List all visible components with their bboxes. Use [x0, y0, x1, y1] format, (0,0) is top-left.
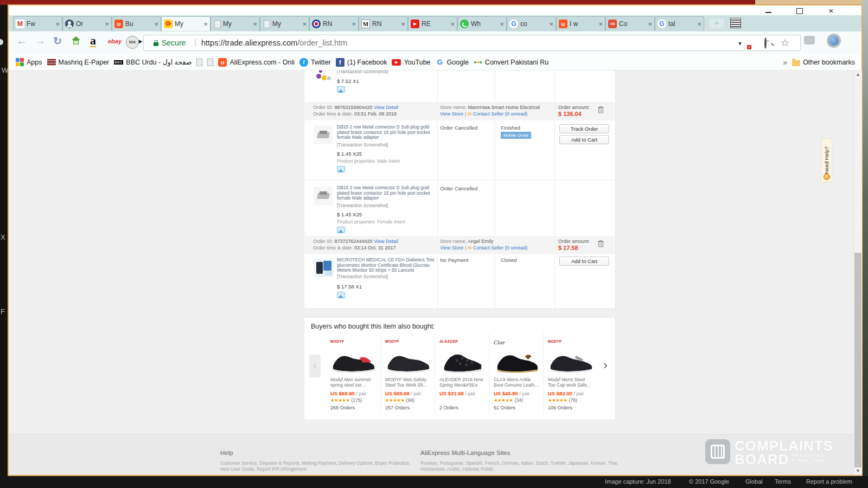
tab-profile[interactable]: Or ×	[62, 16, 112, 31]
bookmark-mashriq[interactable]: Mashriq E-Paper	[47, 59, 110, 66]
transaction-screenshot-link[interactable]: [Transaction Screenshot]	[337, 274, 388, 279]
chevron-right-icon[interactable]: ▸	[139, 37, 142, 45]
tab-close-icon[interactable]: ×	[302, 20, 307, 28]
tab-complaintsboard[interactable]: CB Co ×	[605, 16, 655, 31]
photo-icon[interactable]	[337, 227, 345, 233]
photo-icon[interactable]	[337, 292, 345, 298]
view-detail-link[interactable]: View Detail	[374, 105, 398, 110]
tab-close-icon[interactable]: ×	[352, 20, 356, 28]
add-to-cart-button[interactable]: Add to Cart	[559, 256, 609, 266]
tab-aliexpress[interactable]: u Bu ×	[112, 16, 161, 31]
bookmark-document[interactable]	[196, 59, 202, 66]
footer-help-links[interactable]: New User Guide, Report IPR infringement	[220, 466, 306, 472]
tab-close-icon[interactable]: ×	[55, 20, 60, 28]
recommended-product[interactable]: ALEADER ALEADER 2018 New Spring Men&#39;…	[435, 333, 489, 416]
recommended-product[interactable]: MODYF MODYF Men Safety Steel Toe Work Sh…	[380, 333, 435, 416]
bookmark-google[interactable]: G Google	[436, 58, 469, 67]
product-image[interactable]	[314, 187, 333, 205]
terms-link[interactable]: Terms	[775, 478, 791, 485]
tab-my-orders-active[interactable]: My ×	[161, 16, 210, 31]
tab-document[interactable]: My ×	[210, 16, 260, 31]
tab-close-icon[interactable]: ×	[697, 20, 701, 28]
tab-google[interactable]: G co ×	[507, 16, 556, 31]
bookmark-bbc-urdu[interactable]: BBC BBC Urdu - صفحة اول	[114, 58, 192, 66]
scroll-down-icon[interactable]: ▼	[854, 467, 862, 475]
zoom-out-icon[interactable]	[764, 37, 767, 49]
tab-close-icon[interactable]: ×	[154, 20, 158, 28]
minimize-button[interactable]	[764, 7, 774, 15]
tab-youtube[interactable]: ▶ RE ×	[408, 16, 457, 31]
bookmark-twitter[interactable]: t Twitter	[299, 58, 331, 67]
caret-down-icon[interactable]: ▾	[738, 40, 742, 47]
tab-gmail[interactable]: M Fw ×	[13, 16, 62, 31]
product-title-link[interactable]: DB15 2 row Metal connector D Sub plug go…	[337, 185, 436, 201]
delete-order-icon[interactable]	[598, 106, 604, 115]
speech-bubble-extension-icon[interactable]	[804, 36, 815, 44]
recommended-product[interactable]: MODYF Modyf Mens Steel Toe Cap work Safe…	[543, 333, 597, 416]
bookmark-facebook[interactable]: f (1) Facebook	[336, 58, 387, 67]
view-store-link[interactable]: View Store	[440, 111, 463, 117]
tab-aliexpress[interactable]: u I w ×	[556, 16, 605, 31]
close-button[interactable]: ×	[826, 7, 836, 15]
carousel-next-icon[interactable]: ›	[600, 355, 611, 377]
tab-close-icon[interactable]: ×	[203, 20, 208, 28]
need-help-tab[interactable]: Need Help?	[821, 138, 832, 183]
product-image[interactable]	[314, 126, 333, 144]
product-image[interactable]	[314, 70, 333, 87]
recommended-product[interactable]: MODYF Modyf Men summer spring steel toe …	[326, 333, 380, 416]
bookmark-youtube[interactable]: ▶ YouTube	[392, 59, 430, 66]
home-icon[interactable]	[72, 36, 80, 44]
track-order-button[interactable]: Track Order	[559, 124, 609, 133]
contact-seller-link[interactable]: Contact Seller (0 unread)	[473, 111, 528, 117]
scrollbar-thumb[interactable]	[854, 253, 861, 467]
ebay-icon[interactable]: ebay	[108, 38, 122, 44]
bookmarks-overflow-icon[interactable]: »	[783, 58, 787, 67]
address-bar[interactable]: Secure | https://trade.aliexpress.com/or…	[143, 35, 801, 51]
global-link[interactable]: Global	[745, 478, 763, 485]
tab-close-icon[interactable]: ×	[401, 20, 405, 28]
footer-language-links[interactable]: Russian, Portuguese, Spanish, French, Ge…	[420, 460, 618, 466]
other-bookmarks[interactable]: Other bookmarks	[792, 59, 855, 66]
contact-seller-link[interactable]: Contact Seller (0 unread)	[473, 245, 528, 251]
tab-close-icon[interactable]: ×	[549, 20, 553, 28]
transaction-screenshot-link[interactable]: [Transaction Screenshot]	[337, 203, 388, 208]
maximize-button[interactable]	[795, 7, 805, 15]
view-detail-link[interactable]: View Detail	[374, 239, 398, 244]
scroll-up-icon[interactable]: ▲	[854, 70, 862, 79]
apps-shortcut[interactable]: Apps	[15, 58, 42, 67]
tab-rn-site[interactable]: RN ×	[309, 16, 359, 31]
product-title-link[interactable]: MICROTECH MEDICAL CE FDA Diabetics Test …	[337, 258, 436, 273]
photo-icon[interactable]	[337, 166, 345, 172]
forward-icon[interactable]: →	[35, 35, 46, 47]
report-problem-link[interactable]: Report a problem	[806, 478, 852, 485]
bookmark-convert-rupee[interactable]: Convert Pakistani Ru	[474, 58, 548, 67]
tab-close-icon[interactable]: ×	[648, 20, 652, 28]
bookmark-star-icon[interactable]: ☆	[781, 37, 789, 49]
na-extension-icon[interactable]: N/A	[126, 36, 139, 49]
tab-close-icon[interactable]: ×	[105, 20, 109, 28]
amazon-icon[interactable]: a	[90, 35, 96, 47]
tab-close-icon[interactable]: ×	[253, 20, 257, 28]
scrollbar[interactable]: ▲ ▼	[853, 70, 862, 475]
tab-list-icon[interactable]	[730, 18, 741, 28]
recommended-product[interactable]: Clae CLAX Mens Ankle Boot Genuine Leath.…	[489, 333, 543, 416]
bookmark-aliexpress[interactable]: u AliExpress.com - Onli	[218, 58, 294, 67]
tab-close-icon[interactable]: ×	[500, 20, 504, 28]
view-store-link[interactable]: View Store	[440, 245, 463, 251]
product-title-link[interactable]: DB15 2 row Metal connector D Sub plug go…	[337, 125, 436, 140]
product-image[interactable]	[314, 259, 334, 277]
footer-language-links[interactable]: Vietnamese, Arabic, Hebrew, Polish	[420, 466, 494, 472]
tab-google[interactable]: G tal ×	[655, 16, 704, 31]
refresh-icon[interactable]: ↻	[53, 35, 62, 47]
footer-help-links[interactable]: Customer Service, Disputes & Reports, Ma…	[220, 460, 411, 466]
tab-rn-site[interactable]: M RN ×	[359, 16, 408, 31]
photo-icon[interactable]	[337, 86, 345, 93]
tab-document[interactable]: My ×	[260, 16, 309, 31]
transaction-screenshot-link[interactable]: [Transaction Screenshot]	[337, 142, 388, 147]
gear-globe-extension-icon[interactable]	[827, 34, 841, 48]
transaction-screenshot-link[interactable]: [Transaction Screenshot]	[337, 70, 388, 74]
url-text[interactable]: https://trade.aliexpress.com/order_list.…	[201, 38, 347, 47]
tab-whatsapp[interactable]: Wh ×	[457, 16, 507, 31]
new-tab-button[interactable]: +	[710, 18, 724, 28]
delete-order-icon[interactable]	[598, 240, 604, 249]
